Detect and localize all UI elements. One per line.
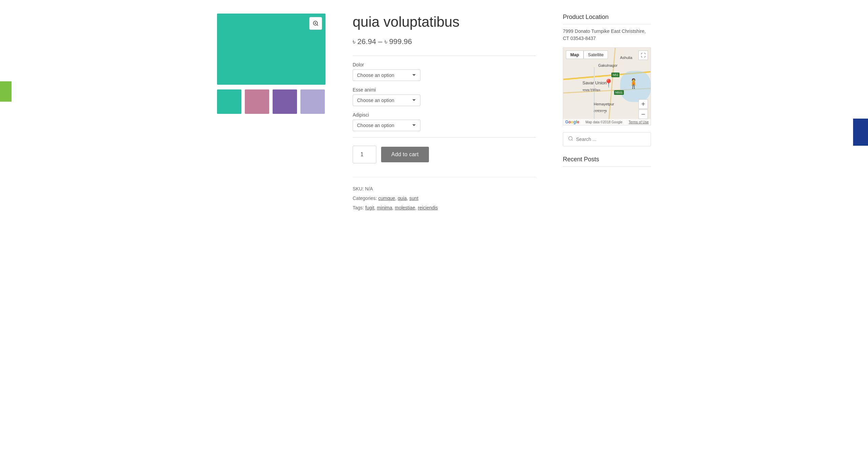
variation-esse-animi-label: Esse animi bbox=[353, 87, 536, 93]
sku-label: SKU: bbox=[353, 186, 364, 191]
add-to-cart-button[interactable]: Add to cart bbox=[381, 147, 429, 162]
tags-row: Tags: fugit, minima, molestiae, reiciend… bbox=[353, 203, 536, 212]
variation-dolor-select[interactable]: Choose an option bbox=[353, 69, 420, 81]
tag-reiciendis[interactable]: reiciendis bbox=[418, 205, 438, 210]
product-detail: quia voluptatibus ৳ 26.94 – ৳ 999.96 Dol… bbox=[353, 14, 536, 212]
product-location-title: Product Location bbox=[563, 14, 651, 24]
map-fullscreen-button[interactable]: ⛶ bbox=[638, 50, 648, 60]
map-label-hemayetpur-bn: হেমায়েতপুর bbox=[594, 109, 607, 113]
variation-adipisci-select[interactable]: Choose an option bbox=[353, 120, 420, 131]
road-v2 bbox=[594, 67, 595, 125]
sku-value: N/A bbox=[365, 186, 373, 191]
map-tabs: Map Satellite bbox=[566, 50, 608, 59]
page-wrapper: quia voluptatibus ৳ 26.94 – ৳ 999.96 Dol… bbox=[197, 0, 671, 226]
product-title: quia voluptatibus bbox=[353, 14, 536, 30]
search-icon bbox=[568, 136, 573, 143]
right-edge-button[interactable] bbox=[853, 119, 868, 146]
map-label-gakulnagor: Gakulnagor bbox=[598, 63, 617, 67]
divider-1 bbox=[353, 56, 536, 56]
search-input[interactable] bbox=[576, 137, 646, 142]
category-quia[interactable]: quia bbox=[398, 196, 407, 201]
quantity-input[interactable] bbox=[353, 146, 376, 163]
svg-point-4 bbox=[569, 137, 572, 140]
recent-posts-title: Recent Posts bbox=[563, 156, 651, 167]
side-strip bbox=[0, 81, 12, 102]
sidebar: Product Location 7999 Donato Turnpike Ea… bbox=[563, 14, 651, 212]
product-images bbox=[217, 14, 326, 212]
map-label-savar-bn: সাভার ইউনিয়ন bbox=[583, 88, 600, 93]
tag-fugit[interactable]: fugit bbox=[365, 205, 374, 210]
search-box bbox=[563, 132, 651, 146]
map-location-pin: 📍 bbox=[604, 79, 614, 88]
map-label-ashulia: Ashulia bbox=[620, 56, 632, 60]
add-to-cart-row: Add to cart bbox=[353, 146, 536, 163]
map-tab-satellite[interactable]: Satellite bbox=[584, 50, 608, 59]
thumbnail-4[interactable] bbox=[300, 89, 325, 114]
variation-adipisci-label: Adipisci bbox=[353, 112, 536, 118]
category-sunt[interactable]: sunt bbox=[409, 196, 418, 201]
categories-label: Categories: bbox=[353, 196, 377, 201]
divider-2 bbox=[353, 137, 536, 138]
map-footer: Google Map data ©2018 Google Terms of Us… bbox=[563, 119, 651, 125]
map-person-icon: 🧍 bbox=[628, 78, 639, 89]
sku-row: SKU: N/A bbox=[353, 184, 536, 193]
variation-adipisci: Adipisci Choose an option bbox=[353, 112, 536, 131]
product-address: 7999 Donato Turnpike East Christshire, C… bbox=[563, 28, 651, 42]
product-meta: SKU: N/A Categories: cumque, quia, sunt … bbox=[353, 177, 536, 212]
tag-minima[interactable]: minima bbox=[377, 205, 392, 210]
svg-line-1 bbox=[317, 24, 318, 25]
map-terms-link[interactable]: Terms of Use bbox=[629, 120, 649, 124]
variation-dolor-label: Dolor bbox=[353, 62, 536, 67]
road-badge-n51: N51 bbox=[611, 73, 620, 77]
category-cumque[interactable]: cumque bbox=[378, 196, 395, 201]
variation-dolor: Dolor Choose an option bbox=[353, 62, 536, 81]
thumbnail-1[interactable] bbox=[217, 89, 241, 114]
thumbnail-2[interactable] bbox=[245, 89, 269, 114]
thumbnail-3[interactable] bbox=[273, 89, 297, 114]
price-range: ৳ 26.94 – ৳ 999.96 bbox=[353, 37, 536, 46]
strip-green bbox=[0, 81, 12, 102]
road-badge-n501: N501 bbox=[614, 90, 624, 95]
main-product-image bbox=[217, 14, 326, 85]
map-tab-map[interactable]: Map bbox=[566, 50, 584, 59]
map-zoom-out-button[interactable]: − bbox=[638, 109, 648, 119]
zoom-button[interactable] bbox=[309, 17, 322, 30]
variation-esse-animi-select[interactable]: Choose an option bbox=[353, 95, 420, 106]
categories-row: Categories: cumque, quia, sunt bbox=[353, 193, 536, 203]
map-google-logo: Google bbox=[565, 120, 579, 124]
map-container: Map Satellite ⛶ Gakulnagor Ashulia Savar… bbox=[563, 47, 651, 125]
map-zoom-in-button[interactable]: + bbox=[638, 99, 648, 109]
map-label-hemayetpur: Hemayetpur bbox=[594, 102, 614, 106]
map-background: Map Satellite ⛶ Gakulnagor Ashulia Savar… bbox=[563, 48, 651, 125]
tag-molestiae[interactable]: molestiae bbox=[395, 205, 415, 210]
svg-line-5 bbox=[572, 140, 573, 141]
variation-esse-animi: Esse animi Choose an option bbox=[353, 87, 536, 106]
tags-label: Tags: bbox=[353, 205, 364, 210]
map-data-credit: Map data ©2018 Google bbox=[586, 120, 623, 124]
map-label-savar: Savar Union bbox=[583, 80, 607, 85]
thumbnail-list bbox=[217, 89, 326, 114]
